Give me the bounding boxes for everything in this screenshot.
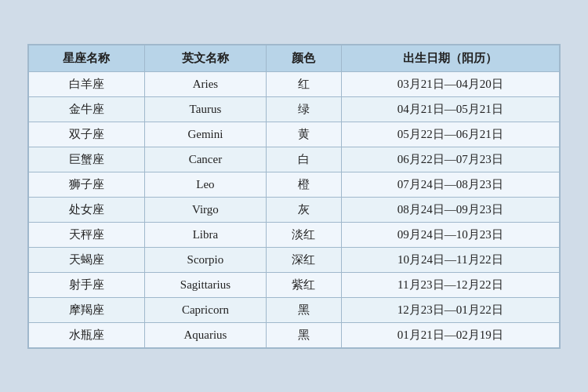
col-header-chinese: 星座名称	[29, 45, 145, 71]
cell-english: Scorpio	[144, 247, 266, 272]
table-row: 天秤座Libra淡红09月24日—10月23日	[29, 222, 560, 247]
table-row: 天蝎座Scorpio深红10月24日—11月22日	[29, 247, 560, 272]
table-row: 巨蟹座Cancer白06月22日—07月23日	[29, 147, 560, 172]
cell-chinese: 摩羯座	[29, 297, 145, 322]
cell-color: 黑	[266, 297, 341, 322]
cell-color: 淡红	[266, 222, 341, 247]
col-header-dates: 出生日期（阳历）	[341, 45, 559, 71]
cell-chinese: 狮子座	[29, 172, 145, 197]
col-header-english: 英文名称	[144, 45, 266, 71]
cell-english: Libra	[144, 222, 266, 247]
table-body: 白羊座Aries红03月21日—04月20日金牛座Taurus绿04月21日—0…	[29, 71, 560, 347]
cell-dates: 09月24日—10月23日	[341, 222, 559, 247]
cell-color: 绿	[266, 96, 341, 122]
cell-english: Gemini	[144, 122, 266, 147]
cell-english: Taurus	[144, 96, 266, 122]
cell-chinese: 白羊座	[29, 71, 145, 96]
table-row: 摩羯座Capricorn黑12月23日—01月22日	[29, 297, 560, 322]
cell-dates: 04月21日—05月21日	[341, 96, 559, 122]
table-row: 水瓶座Aquarius黑01月21日—02月19日	[29, 322, 560, 347]
cell-chinese: 双子座	[29, 122, 145, 147]
table-row: 双子座Gemini黄05月22日—06月21日	[29, 122, 560, 147]
cell-english: Virgo	[144, 197, 266, 222]
cell-dates: 06月22日—07月23日	[341, 147, 559, 172]
table-row: 白羊座Aries红03月21日—04月20日	[29, 71, 560, 96]
cell-dates: 10月24日—11月22日	[341, 247, 559, 272]
table-row: 狮子座Leo橙07月24日—08月23日	[29, 172, 560, 197]
cell-color: 深红	[266, 247, 341, 272]
table-row: 处女座Virgo灰08月24日—09月23日	[29, 197, 560, 222]
cell-english: Sagittarius	[144, 272, 266, 297]
table-row: 金牛座Taurus绿04月21日—05月21日	[29, 96, 560, 122]
cell-chinese: 金牛座	[29, 96, 145, 122]
table-row: 射手座Sagittarius紫红11月23日—12月22日	[29, 272, 560, 297]
cell-color: 橙	[266, 172, 341, 197]
cell-chinese: 射手座	[29, 272, 145, 297]
cell-english: Cancer	[144, 147, 266, 172]
cell-dates: 05月22日—06月21日	[341, 122, 559, 147]
cell-color: 白	[266, 147, 341, 172]
cell-dates: 01月21日—02月19日	[341, 322, 559, 347]
cell-english: Aquarius	[144, 322, 266, 347]
cell-dates: 08月24日—09月23日	[341, 197, 559, 222]
cell-color: 灰	[266, 197, 341, 222]
col-header-color: 颜色	[266, 45, 341, 71]
cell-chinese: 处女座	[29, 197, 145, 222]
cell-chinese: 水瓶座	[29, 322, 145, 347]
cell-english: Aries	[144, 71, 266, 96]
cell-dates: 11月23日—12月22日	[341, 272, 559, 297]
cell-chinese: 巨蟹座	[29, 147, 145, 172]
table-header-row: 星座名称 英文名称 颜色 出生日期（阳历）	[29, 45, 560, 71]
cell-color: 黑	[266, 322, 341, 347]
cell-english: Leo	[144, 172, 266, 197]
cell-english: Capricorn	[144, 297, 266, 322]
cell-dates: 07月24日—08月23日	[341, 172, 559, 197]
cell-color: 红	[266, 71, 341, 96]
cell-chinese: 天蝎座	[29, 247, 145, 272]
cell-color: 紫红	[266, 272, 341, 297]
cell-dates: 03月21日—04月20日	[341, 71, 559, 96]
zodiac-table: 星座名称 英文名称 颜色 出生日期（阳历） 白羊座Aries红03月21日—04…	[28, 45, 560, 348]
cell-color: 黄	[266, 122, 341, 147]
cell-dates: 12月23日—01月22日	[341, 297, 559, 322]
cell-chinese: 天秤座	[29, 222, 145, 247]
zodiac-table-container: 星座名称 英文名称 颜色 出生日期（阳历） 白羊座Aries红03月21日—04…	[27, 44, 561, 349]
